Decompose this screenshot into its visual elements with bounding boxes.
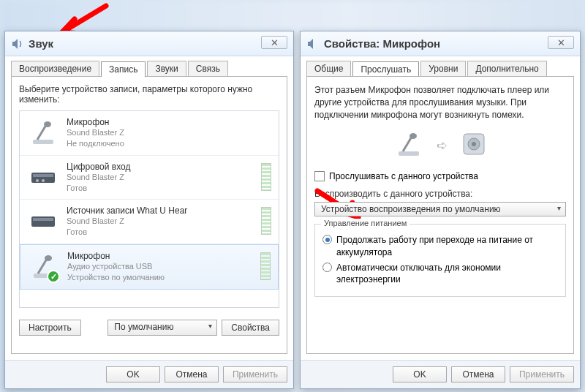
sound-bottom-bar: OK Отмена Применить (5, 360, 293, 388)
tab-levels[interactable]: Уровни (420, 61, 466, 76)
device-status: Готов (67, 227, 187, 238)
svg-rect-10 (399, 151, 419, 156)
tab-listen[interactable]: Прослушать (352, 61, 419, 77)
microphone-icon: ✓ (28, 251, 60, 282)
sound-tabs: Воспроизведение Запись Звуки Связь (5, 56, 293, 76)
speaker-device-icon (461, 131, 487, 159)
svg-rect-7 (33, 218, 53, 221)
device-status: Не подключено (67, 138, 124, 149)
recording-tabpage: Выберите устройство записи, параметры ко… (11, 76, 287, 354)
device-status: Устройство по умолчанию (67, 272, 165, 283)
svg-rect-3 (33, 174, 53, 177)
listen-description: Этот разъем Микрофон позволяет подключат… (314, 84, 566, 121)
configure-button[interactable]: Настроить (19, 320, 81, 336)
arrow-right-icon: ➪ (437, 137, 448, 154)
properties-bottom-bar: OK Отмена Применить (301, 360, 580, 388)
svg-point-14 (472, 142, 476, 146)
listen-checkbox[interactable] (314, 171, 325, 181)
device-name: Источник записи What U Hear (67, 206, 187, 216)
device-sub: Sound Blaster Z (67, 172, 130, 183)
power-management-group: Управление питанием Продолжать работу пр… (314, 224, 566, 297)
tab-recording[interactable]: Запись (101, 61, 146, 77)
radio-auto-disable[interactable] (322, 263, 332, 272)
mic-device-icon (394, 129, 423, 161)
speaker-icon (11, 37, 24, 50)
device-row[interactable]: ✓ Микрофон Аудио устройства USB Устройст… (20, 244, 279, 290)
playthrough-device-dropdown[interactable]: Устройство воспроизведения по умолчанию (314, 202, 566, 216)
power-legend: Управление питанием (321, 219, 410, 227)
device-row[interactable]: Источник записи What U Hear Sound Blaste… (20, 200, 279, 244)
recording-instruction: Выберите устройство записи, параметры ко… (19, 84, 279, 105)
svg-point-11 (410, 133, 417, 139)
level-meter (261, 207, 271, 235)
tab-sounds[interactable]: Звуки (147, 61, 186, 76)
svg-rect-0 (33, 140, 53, 144)
close-button[interactable]: ✕ (548, 36, 574, 49)
device-row[interactable]: Микрофон Sound Blaster Z Не подключено (20, 111, 279, 156)
tab-advanced[interactable]: Дополнительно (467, 61, 546, 76)
device-name: Микрофон (67, 117, 124, 127)
svg-point-1 (44, 121, 51, 127)
sound-dialog: Звук ✕ Воспроизведение Запись Звуки Связ… (4, 31, 294, 389)
device-list: Микрофон Sound Blaster Z Не подключено Ц… (19, 110, 279, 308)
speaker-icon (306, 37, 320, 50)
playthrough-label: Воспроизводить с данного устройства: (314, 189, 566, 199)
device-name: Микрофон (67, 251, 165, 261)
device-flow-diagram: ➪ (314, 129, 566, 161)
device-status: Готов (67, 183, 130, 194)
what-u-hear-icon (27, 206, 59, 236)
listen-tabpage: Этот разъем Микрофон позволяет подключат… (306, 76, 574, 354)
device-row[interactable]: Цифровой вход Sound Blaster Z Готов (20, 156, 279, 200)
microphone-icon (27, 117, 59, 148)
apply-button[interactable]: Применить (510, 366, 574, 382)
apply-button[interactable]: Применить (223, 366, 287, 382)
tab-playback[interactable]: Воспроизведение (11, 61, 99, 76)
svg-point-9 (45, 255, 52, 261)
sound-titlebar: Звук ✕ (5, 31, 293, 56)
svg-point-4 (36, 179, 39, 182)
device-name: Цифровой вход (67, 162, 130, 172)
mic-properties-dialog: Свойства: Микрофон ✕ Общие Прослушать Ур… (300, 31, 581, 389)
radio-auto-disable-label: Автоматически отключать для экономии эле… (336, 262, 558, 285)
listen-checkbox-label: Прослушивать с данного устройства (329, 171, 478, 181)
tab-general[interactable]: Общие (306, 61, 351, 76)
svg-point-5 (42, 179, 45, 182)
properties-button[interactable]: Свойства (222, 320, 279, 336)
default-checkmark-icon: ✓ (47, 270, 60, 283)
tab-communications[interactable]: Связь (188, 61, 228, 76)
ok-button[interactable]: OK (106, 366, 160, 382)
close-button[interactable]: ✕ (261, 36, 287, 49)
properties-titlebar: Свойства: Микрофон ✕ (301, 31, 580, 56)
radio-continue-on-battery[interactable] (322, 235, 332, 244)
radio-continue-label: Продолжать работу при переходе на питани… (336, 234, 558, 257)
sound-title: Звук (29, 37, 53, 50)
set-default-dropdown[interactable]: По умолчанию (107, 320, 217, 336)
cancel-button[interactable]: Отмена (165, 366, 219, 382)
properties-tabs: Общие Прослушать Уровни Дополнительно (301, 56, 580, 76)
digital-input-icon (27, 162, 59, 192)
device-sub: Аудио устройства USB (67, 261, 165, 272)
device-sub: Sound Blaster Z (67, 127, 124, 138)
ok-button[interactable]: OK (393, 366, 447, 382)
level-meter (261, 163, 271, 191)
cancel-button[interactable]: Отмена (451, 366, 505, 382)
level-meter (260, 252, 271, 280)
properties-title: Свойства: Микрофон (324, 37, 440, 50)
device-sub: Sound Blaster Z (67, 216, 187, 227)
